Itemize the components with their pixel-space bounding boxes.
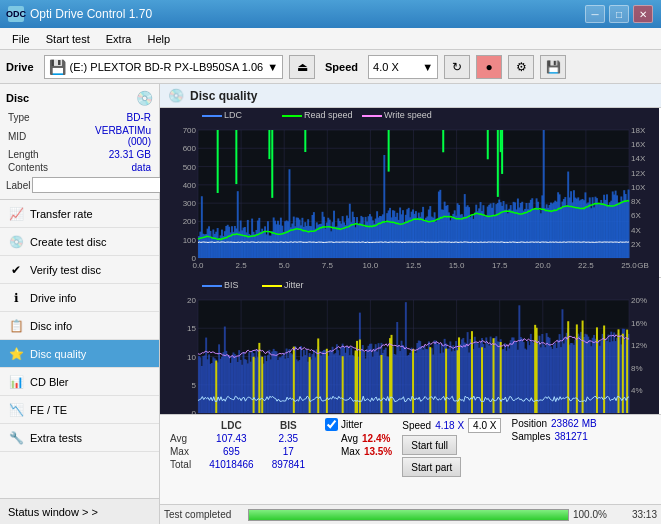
top-chart-canvas <box>160 108 659 278</box>
sidebar: Disc 💿 Type BD-R MID VERBATIMu (000) Len… <box>0 84 160 524</box>
position-label: Position <box>511 418 547 429</box>
minimize-button[interactable]: ─ <box>585 5 605 23</box>
create-test-disc-icon: 💿 <box>8 234 24 250</box>
progress-time: 33:13 <box>617 509 657 520</box>
stats-max-bis: 17 <box>264 446 313 457</box>
disc-info-table: Type BD-R MID VERBATIMu (000) Length 23.… <box>6 110 153 175</box>
disc-icon: 💿 <box>136 90 153 106</box>
disc-quality-title: Disc quality <box>190 89 257 103</box>
app-title: Opti Drive Control 1.70 <box>30 7 152 21</box>
sidebar-item-extra-tests[interactable]: 🔧 Extra tests <box>0 424 159 452</box>
sidebar-item-cd-bler[interactable]: 📊 CD Bler <box>0 368 159 396</box>
drive-value: (E:) PLEXTOR BD-R PX-LB950SA 1.06 <box>70 61 264 73</box>
jitter-checkbox[interactable] <box>325 418 338 431</box>
stats-area: LDC BIS Avg 107.43 2.35 Max 695 17 <box>160 414 661 504</box>
disc-contents-row: Contents data <box>8 162 151 173</box>
sidebar-item-label-cd-bler: CD Bler <box>30 376 69 388</box>
sidebar-item-transfer-rate[interactable]: 📈 Transfer rate <box>0 200 159 228</box>
stats-row-avg: Avg 107.43 2.35 <box>168 433 313 444</box>
close-button[interactable]: ✕ <box>633 5 653 23</box>
sidebar-item-drive-info[interactable]: ℹ Drive info <box>0 284 159 312</box>
samples-label: Samples <box>511 431 550 442</box>
sidebar-item-label-drive-info: Drive info <box>30 292 76 304</box>
menu-bar: File Start test Extra Help <box>0 28 661 50</box>
window-controls: ─ □ ✕ <box>585 5 653 23</box>
disc-label-row: Label 🖊 <box>6 177 153 193</box>
transfer-rate-icon: 📈 <box>8 206 24 222</box>
progress-status: Test completed <box>164 509 244 520</box>
stats-max-ldc: 695 <box>201 446 262 457</box>
drive-info-icon: ℹ <box>8 290 24 306</box>
start-part-button[interactable]: Start part <box>402 457 461 477</box>
maximize-button[interactable]: □ <box>609 5 629 23</box>
stats-header-bis: BIS <box>264 420 313 431</box>
cd-bler-icon: 📊 <box>8 374 24 390</box>
stats-total-ldc: 41018466 <box>201 459 262 470</box>
progress-bar-container: Test completed 100.0% 33:13 <box>160 504 661 524</box>
verify-test-disc-icon: ✔ <box>8 262 24 278</box>
sidebar-item-label-fe-te: FE / TE <box>30 404 67 416</box>
jitter-avg-value: 12.4% <box>362 433 390 444</box>
charts-area <box>160 108 661 414</box>
jitter-checkbox-row: Jitter <box>325 418 392 431</box>
samples-row: Samples 381271 <box>511 431 596 442</box>
refresh-button[interactable]: ↻ <box>444 55 470 79</box>
speed-section: Speed 4.18 X 4.0 X Start full Start part <box>402 418 501 477</box>
progress-percent: 100.0% <box>573 509 613 520</box>
disc-info-icon: 📋 <box>8 318 24 334</box>
settings-button[interactable]: ⚙ <box>508 55 534 79</box>
status-window-label: Status window > > <box>8 506 98 518</box>
record-button[interactable]: ● <box>476 55 502 79</box>
jitter-section: Jitter Avg 12.4% Max 13.5% <box>325 418 392 457</box>
sidebar-item-label-verify-test-disc: Verify test disc <box>30 264 101 276</box>
sidebar-item-label-disc-quality: Disc quality <box>30 348 86 360</box>
sidebar-item-disc-info[interactable]: 📋 Disc info <box>0 312 159 340</box>
status-window-button[interactable]: Status window > > <box>0 498 159 524</box>
position-row: Position 23862 MB <box>511 418 596 429</box>
sidebar-item-fe-te[interactable]: 📉 FE / TE <box>0 396 159 424</box>
top-chart-container <box>160 108 661 278</box>
disc-panel: Disc 💿 Type BD-R MID VERBATIMu (000) Len… <box>0 84 159 200</box>
menu-start-test[interactable]: Start test <box>38 28 98 49</box>
speed-label: Speed <box>325 61 358 73</box>
speed-stat-label: Speed <box>402 420 431 431</box>
speed-select[interactable]: 4.0 X ▼ <box>368 55 438 79</box>
sidebar-item-label-extra-tests: Extra tests <box>30 432 82 444</box>
jitter-max-label: Max <box>341 446 360 457</box>
position-section: Position 23862 MB Samples 381271 <box>511 418 596 444</box>
progress-fill <box>249 510 568 520</box>
menu-file[interactable]: File <box>4 28 38 49</box>
sidebar-item-label-disc-info: Disc info <box>30 320 72 332</box>
start-full-row: Start full <box>402 435 501 455</box>
speed-stat-value: 4.18 X <box>435 420 464 431</box>
sidebar-item-verify-test-disc[interactable]: ✔ Verify test disc <box>0 256 159 284</box>
stats-total-label: Total <box>168 459 199 470</box>
stats-total-bis: 897841 <box>264 459 313 470</box>
menu-extra[interactable]: Extra <box>98 28 140 49</box>
speed-box[interactable]: 4.0 X <box>468 418 501 433</box>
sidebar-item-create-test-disc[interactable]: 💿 Create test disc <box>0 228 159 256</box>
app-icon: ODC <box>8 6 24 22</box>
disc-contents-value: data <box>70 162 151 173</box>
disc-mid-row: MID VERBATIMu (000) <box>8 125 151 147</box>
sidebar-item-label-transfer-rate: Transfer rate <box>30 208 93 220</box>
jitter-max-value: 13.5% <box>364 446 392 457</box>
eject-button[interactable]: ⏏ <box>289 55 315 79</box>
stats-row-total: Total 41018466 897841 <box>168 459 313 470</box>
label-input[interactable] <box>32 177 165 193</box>
disc-section-title: Disc <box>6 92 29 104</box>
sidebar-item-disc-quality[interactable]: ⭐ Disc quality <box>0 340 159 368</box>
start-full-button[interactable]: Start full <box>402 435 457 455</box>
sidebar-item-label-create-test-disc: Create test disc <box>30 236 106 248</box>
bottom-chart-container <box>160 278 661 414</box>
label-field-label: Label <box>6 180 30 191</box>
fe-te-icon: 📉 <box>8 402 24 418</box>
drive-select[interactable]: 💾 (E:) PLEXTOR BD-R PX-LB950SA 1.06 ▼ <box>44 55 284 79</box>
disc-mid-label: MID <box>8 125 68 147</box>
samples-value: 381271 <box>554 431 587 442</box>
menu-help[interactable]: Help <box>139 28 178 49</box>
start-part-row: Start part <box>402 457 501 477</box>
stats-avg-label: Avg <box>168 433 199 444</box>
toolbar: Drive 💾 (E:) PLEXTOR BD-R PX-LB950SA 1.0… <box>0 50 661 84</box>
save-button[interactable]: 💾 <box>540 55 566 79</box>
